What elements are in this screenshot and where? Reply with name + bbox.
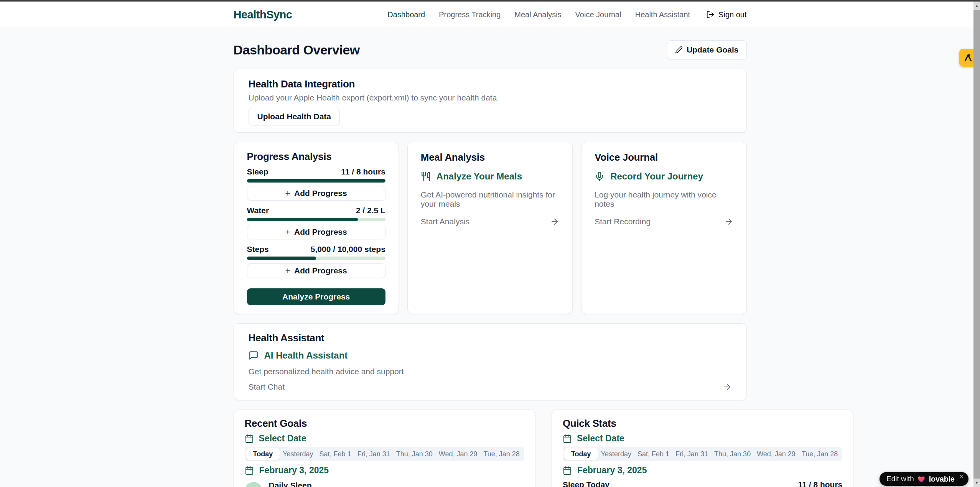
tab-today[interactable]: Today: [246, 448, 280, 460]
sleep-today-label: Sleep Today: [563, 480, 609, 487]
app-header: HealthSync Dashboard Progress Tracking M…: [0, 0, 980, 28]
lovable-logo-icon: [963, 53, 973, 63]
nav-progress-tracking[interactable]: Progress Tracking: [439, 10, 501, 19]
selected-date-label: February 3, 2025: [259, 465, 329, 475]
sleep-value: 11 / 8 hours: [341, 167, 385, 176]
plus-icon: +: [285, 267, 290, 275]
health-assistant-card: Health Assistant AI Health Assistant Get…: [234, 323, 747, 400]
select-date-label: Select Date: [577, 433, 624, 444]
steps-metric: Steps 5,000 / 10,000 steps + Add Progres…: [247, 245, 385, 278]
update-goals-button[interactable]: Update Goals: [667, 40, 746, 59]
tab-sat-feb-1[interactable]: Sat, Feb 1: [316, 450, 354, 458]
plus-icon: +: [285, 228, 290, 237]
voice-description: Log your health journey with voice notes: [595, 190, 733, 209]
scrollbar-thumb[interactable]: [973, 10, 980, 479]
calendar-icon: [245, 466, 254, 475]
quick-stats-date-tabs: Today Yesterday Sat, Feb 1 Fri, Jan 31 T…: [563, 447, 842, 461]
analyze-your-meals-label: Analyze Your Meals: [436, 171, 522, 182]
select-date-label: Select Date: [259, 433, 306, 444]
chat-bubble-icon: [249, 350, 259, 360]
nav-dashboard[interactable]: Dashboard: [387, 10, 425, 19]
arrow-right-icon: [723, 382, 732, 392]
tab-yesterday[interactable]: Yesterday: [280, 450, 316, 458]
assistant-description: Get personalized health advice and suppo…: [249, 367, 732, 376]
recent-goals-select-date-button[interactable]: Select Date: [245, 433, 524, 444]
tab-sat-feb-1[interactable]: Sat, Feb 1: [634, 450, 672, 458]
sleep-progress-bar: [247, 179, 385, 183]
start-chat-label: Start Chat: [249, 382, 285, 392]
voice-journal-card: Voice Journal Record Your Journey Log yo…: [581, 142, 746, 314]
steps-add-progress-button[interactable]: + Add Progress: [247, 263, 385, 278]
close-icon[interactable]: ×: [960, 473, 963, 480]
sleep-today-value: 11 / 8 hours: [798, 480, 843, 487]
microphone-icon: [595, 171, 604, 181]
meal-analysis-title: Meal Analysis: [421, 151, 559, 163]
steps-label: Steps: [247, 245, 269, 254]
scrollbar[interactable]: ▲ ▼: [973, 0, 980, 487]
integration-description: Upload your Apple Health export (export.…: [249, 93, 732, 102]
nav-health-assistant[interactable]: Health Assistant: [635, 10, 690, 19]
record-your-journey-label: Record Your Journey: [610, 171, 703, 182]
ai-health-assistant-link[interactable]: AI Health Assistant: [249, 350, 732, 361]
nav-meal-analysis[interactable]: Meal Analysis: [514, 10, 561, 19]
tab-yesterday[interactable]: Yesterday: [598, 450, 634, 458]
edit-with-lovable-badge[interactable]: Edit with lovable ×: [880, 472, 968, 486]
water-progress-bar: [247, 218, 385, 221]
quick-stats-selected-date: February 3, 2025: [563, 465, 842, 475]
edit-with-label: Edit with: [886, 475, 914, 483]
upload-health-data-button[interactable]: Upload Health Data: [249, 108, 340, 125]
update-goals-label: Update Goals: [687, 45, 738, 54]
health-data-integration-card: Health Data Integration Upload your Appl…: [234, 69, 747, 133]
sleep-add-progress-button[interactable]: + Add Progress: [247, 186, 385, 201]
sign-out-button[interactable]: Sign out: [706, 10, 746, 19]
start-recording-link[interactable]: Start Recording: [595, 217, 733, 226]
meal-description: Get AI-powered nutritional insights for …: [421, 190, 559, 209]
progress-analysis-title: Progress Analysis: [247, 151, 385, 163]
ai-health-assistant-label: AI Health Assistant: [264, 350, 348, 361]
scroll-up-button[interactable]: ▲: [973, 2, 980, 10]
water-value: 2 / 2.5 L: [356, 206, 385, 215]
progress-analysis-card: Progress Analysis Sleep 11 / 8 hours + A…: [234, 142, 399, 314]
sign-out-label: Sign out: [718, 10, 746, 19]
pencil-icon: [675, 46, 683, 54]
plus-icon: +: [285, 189, 290, 198]
quick-stats-select-date-button[interactable]: Select Date: [563, 433, 842, 444]
water-add-progress-button[interactable]: + Add Progress: [247, 225, 385, 239]
tab-today[interactable]: Today: [564, 448, 598, 460]
logout-icon: [706, 10, 715, 19]
meal-analysis-card: Meal Analysis Analyze Your Meals Get AI-…: [407, 142, 573, 314]
brand-logo[interactable]: HealthSync: [234, 8, 292, 21]
recent-goals-card: Recent Goals Select Date Today Yesterday…: [234, 410, 535, 487]
analyze-progress-button[interactable]: Analyze Progress: [247, 288, 385, 305]
tab-wed-jan-29[interactable]: Wed, Jan 29: [754, 450, 799, 458]
start-chat-link[interactable]: Start Chat: [249, 382, 732, 392]
scroll-down-button[interactable]: ▼: [973, 479, 980, 487]
recent-goals-date-tabs: Today Yesterday Sat, Feb 1 Fri, Jan 31 T…: [245, 447, 524, 461]
utensils-icon: [421, 171, 431, 181]
start-analysis-link[interactable]: Start Analysis: [421, 217, 559, 226]
tab-fri-jan-31[interactable]: Fri, Jan 31: [672, 450, 711, 458]
add-progress-label: Add Progress: [294, 227, 347, 237]
calendar-icon: [563, 434, 572, 443]
tab-fri-jan-31[interactable]: Fri, Jan 31: [354, 450, 393, 458]
steps-value: 5,000 / 10,000 steps: [311, 245, 385, 254]
page-title: Dashboard Overview: [234, 43, 360, 58]
quick-stats-card: Quick Stats Select Date Today Yesterday …: [552, 410, 853, 487]
main-nav: Dashboard Progress Tracking Meal Analysi…: [387, 10, 746, 19]
record-your-journey-link[interactable]: Record Your Journey: [595, 171, 733, 182]
tab-wed-jan-29[interactable]: Wed, Jan 29: [436, 450, 481, 458]
tab-thu-jan-30[interactable]: Thu, Jan 30: [393, 450, 436, 458]
heart-icon: [917, 475, 926, 483]
nav-voice-journal[interactable]: Voice Journal: [575, 10, 621, 19]
sleep-label: Sleep: [247, 167, 268, 176]
calendar-icon: [245, 434, 254, 443]
add-progress-label: Add Progress: [294, 266, 347, 275]
health-assistant-title: Health Assistant: [249, 332, 732, 344]
check-circle-icon: [245, 482, 262, 487]
tab-tue-jan-28[interactable]: Tue, Jan 28: [799, 450, 841, 458]
arrow-right-icon: [724, 217, 733, 226]
tab-tue-jan-28[interactable]: Tue, Jan 28: [480, 450, 522, 458]
tab-thu-jan-30[interactable]: Thu, Jan 30: [711, 450, 754, 458]
selected-date-label: February 3, 2025: [577, 465, 647, 475]
analyze-your-meals-link[interactable]: Analyze Your Meals: [421, 171, 559, 182]
